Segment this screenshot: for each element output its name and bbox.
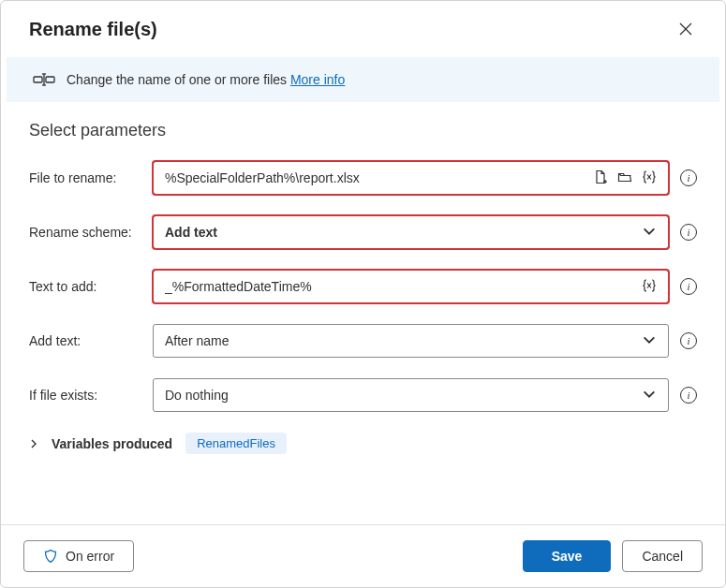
- row-add-text-position: Add text: After name i: [29, 324, 697, 358]
- info-icon[interactable]: i: [680, 278, 697, 295]
- more-info-link[interactable]: More info: [290, 72, 345, 87]
- info-bar: Change the name of one or more files Mor…: [7, 57, 719, 102]
- info-icon[interactable]: i: [680, 224, 697, 241]
- row-text-to-add: Text to add: _%FormattedDateTime% i: [29, 270, 697, 303]
- row-file-to-rename: File to rename: %SpecialFolderPath%\repo…: [29, 161, 697, 195]
- section-title: Select parameters: [29, 121, 697, 140]
- info-icon[interactable]: i: [680, 387, 697, 404]
- svg-rect-3: [46, 77, 54, 82]
- variable-picker-icon[interactable]: [642, 278, 657, 296]
- info-icon[interactable]: i: [680, 169, 697, 186]
- chevron-right-icon: [29, 436, 38, 451]
- add-text-position-select[interactable]: After name: [153, 324, 669, 358]
- row-if-file-exists: If file exists: Do nothing i: [29, 378, 697, 412]
- select-file-icon[interactable]: [593, 169, 608, 187]
- text-to-add-input[interactable]: _%FormattedDateTime%: [153, 270, 669, 303]
- file-to-rename-input[interactable]: %SpecialFolderPath%\report.xlsx: [153, 161, 669, 195]
- dialog-title: Rename file(s): [29, 19, 157, 40]
- dialog-body: Select parameters File to rename: %Speci…: [1, 102, 725, 524]
- dialog-footer: On error Save Cancel: [1, 524, 725, 587]
- shield-icon: [43, 549, 58, 564]
- if-file-exists-select[interactable]: Do nothing: [153, 378, 669, 412]
- rename-files-dialog: Rename file(s) Change the name of one or…: [0, 0, 726, 588]
- svg-rect-2: [34, 77, 42, 82]
- row-rename-scheme: Rename scheme: Add text i: [29, 215, 697, 249]
- info-text: Change the name of one or more files Mor…: [67, 72, 345, 87]
- label-add-text-position: Add text:: [29, 333, 141, 348]
- chevron-down-icon: [642, 224, 657, 242]
- label-file-to-rename: File to rename:: [29, 170, 141, 185]
- browse-folder-icon[interactable]: [617, 169, 632, 187]
- variables-produced-label: Variables produced: [52, 436, 172, 451]
- variables-produced-toggle[interactable]: Variables produced RenamedFiles: [29, 433, 697, 454]
- rename-scheme-select[interactable]: Add text: [153, 215, 669, 249]
- chevron-down-icon: [642, 332, 657, 350]
- close-icon[interactable]: [674, 18, 697, 40]
- dialog-header: Rename file(s): [1, 1, 725, 53]
- cancel-button[interactable]: Cancel: [622, 540, 703, 572]
- on-error-button[interactable]: On error: [23, 540, 134, 572]
- chevron-down-icon: [642, 387, 657, 404]
- label-rename-scheme: Rename scheme:: [29, 225, 141, 240]
- variable-picker-icon[interactable]: [642, 169, 657, 187]
- label-text-to-add: Text to add:: [29, 279, 141, 294]
- label-if-file-exists: If file exists:: [29, 388, 141, 403]
- variable-chip-renamedfiles[interactable]: RenamedFiles: [185, 433, 287, 454]
- rename-icon: [33, 72, 52, 87]
- save-button[interactable]: Save: [523, 540, 612, 572]
- info-icon[interactable]: i: [680, 332, 697, 349]
